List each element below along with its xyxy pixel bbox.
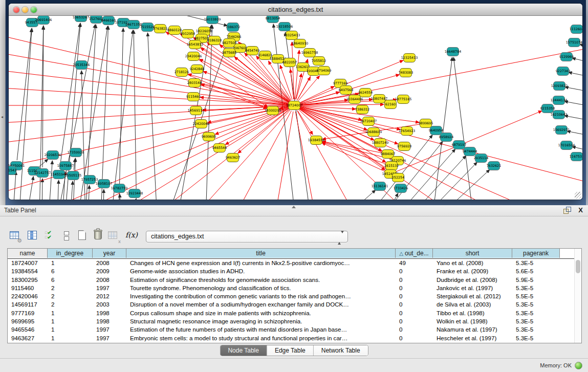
graph-node[interactable]: 8186328 <box>207 36 222 45</box>
table-cell[interactable]: 9699695 <box>8 317 48 325</box>
graph-edge[interactable] <box>148 33 157 200</box>
show-columns-icon[interactable] <box>26 229 39 242</box>
graph-edge[interactable] <box>119 28 123 200</box>
tab-edge-table[interactable]: Edge Table <box>267 345 314 356</box>
graph-node[interactable]: 12923448 <box>126 189 143 198</box>
table-cell[interactable]: 0 <box>396 334 433 342</box>
rows-icon[interactable] <box>60 229 73 242</box>
graph-node[interactable]: 8215358 <box>540 104 555 113</box>
table-row[interactable]: 1456911722003Disruption of a novel membe… <box>8 300 581 309</box>
table-cell[interactable]: 1 <box>48 317 93 325</box>
table-cell[interactable]: 5.9E-5 <box>512 276 560 284</box>
graph-edge[interactable] <box>27 177 33 200</box>
graph-edge[interactable] <box>225 108 289 145</box>
graph-node[interactable]: 12444134 <box>551 96 568 105</box>
graph-edge[interactable] <box>295 112 316 200</box>
graph-node[interactable]: 9756928 <box>397 142 411 151</box>
table-cell[interactable]: 1 <box>48 309 93 317</box>
graph-edge[interactable] <box>111 30 133 200</box>
column-header-out_de[interactable]: △out_de... <box>396 249 433 258</box>
table-cell[interactable]: 1998 <box>93 317 126 325</box>
table-cell[interactable]: 1998 <box>93 309 126 317</box>
graph-edge[interactable] <box>9 106 288 169</box>
graph-edge[interactable] <box>295 50 299 99</box>
table-cell[interactable]: de Silva et al. (2003) <box>433 300 512 309</box>
graph-node[interactable]: 19384554 <box>308 136 325 145</box>
table-cell[interactable]: Structural magnetic resonance image aver… <box>126 317 396 325</box>
graph-node[interactable]: 7386312 <box>355 105 369 114</box>
network-window[interactable]: citations_edges.txt 18724007976382288601… <box>9 4 582 200</box>
graph-edge[interactable] <box>569 72 582 78</box>
graph-node[interactable]: 18300295 <box>265 106 281 115</box>
graph-node[interactable]: 12142757 <box>34 169 51 178</box>
graph-node[interactable]: 9465546 <box>212 144 227 152</box>
graph-edge[interactable] <box>103 189 104 200</box>
table-cell[interactable]: 9777169 <box>8 309 48 317</box>
graph-node[interactable]: 252254 <box>392 173 404 182</box>
graph-node[interactable]: 10975887 <box>57 162 74 170</box>
graph-node[interactable]: 9115460 <box>186 93 201 101</box>
citation-network-graph[interactable]: 1872400797638228860128891295418226058982… <box>9 16 582 200</box>
graph-node[interactable]: 12325413 <box>401 54 418 62</box>
graph-node[interactable]: 16961758 <box>301 49 318 57</box>
table-row[interactable]: 969969511998Structural magnetic resonanc… <box>8 317 581 325</box>
graph-edge[interactable] <box>9 106 288 123</box>
graph-node[interactable]: 6794069 <box>317 67 331 75</box>
table-cell[interactable]: Dudbridge et al. (2008) <box>433 276 512 284</box>
graph-node[interactable]: 17359928 <box>68 148 84 157</box>
graph-node[interactable]: 18640910 <box>292 39 309 48</box>
table-row[interactable]: 911546021997Tourette syndrome. Phenomeno… <box>8 284 581 292</box>
graph-node[interactable]: 3624554 <box>358 89 373 97</box>
graph-node[interactable]: 9474444 <box>463 147 477 156</box>
table-panel-header[interactable]: Table Panel X <box>0 205 588 216</box>
table-cell[interactable]: 9463627 <box>8 334 48 342</box>
graph-node[interactable]: 7955812 <box>312 57 326 65</box>
graph-node[interactable]: 1167533 <box>570 152 582 161</box>
vertical-scrollbar[interactable] <box>574 249 581 343</box>
column-header-name[interactable]: name <box>8 249 48 258</box>
graph-node[interactable]: 20364486 <box>346 95 363 104</box>
graph-node[interactable]: 19218506 <box>276 23 293 31</box>
graph-edge[interactable] <box>49 161 52 200</box>
right-collapsed-panel-strip[interactable] <box>586 0 588 205</box>
graph-node[interactable]: 2718126 <box>175 68 189 77</box>
graph-node[interactable]: 14671358 <box>125 20 142 29</box>
graph-node[interactable]: 20535346 <box>73 61 90 70</box>
graph-edge[interactable] <box>57 180 59 200</box>
table-cell[interactable]: Wolkin et al. (1998) <box>433 317 512 325</box>
table-cell[interactable]: Jankovic et al. (1997) <box>433 284 512 292</box>
table-row[interactable]: 946362711997Embryonic stem cells: a mode… <box>8 334 581 342</box>
table-row[interactable]: 1830029562008Estimation of significance … <box>8 276 581 284</box>
graph-node[interactable]: 9242848 <box>190 65 204 74</box>
table-cell[interactable]: 1 <box>48 334 93 342</box>
graph-node[interactable]: 9227343 <box>556 67 570 76</box>
table-cell[interactable]: Changes of HCN gene expression and I(f) … <box>126 259 396 267</box>
table-cell[interactable]: 0 <box>396 276 433 284</box>
table-row[interactable]: 1938455462009Genome-wide association stu… <box>8 267 581 275</box>
table-cell[interactable]: 0 <box>396 325 433 334</box>
graph-node[interactable]: 16543812 <box>187 40 204 49</box>
function-builder-icon[interactable]: f(x) <box>124 229 138 242</box>
graph-node[interactable]: 7483083 <box>399 69 413 77</box>
graph-node[interactable]: 20691406 <box>35 16 52 25</box>
scrollbar-thumb[interactable] <box>576 260 580 273</box>
column-header-year[interactable]: year <box>93 249 126 258</box>
graph-node[interactable]: 9899695 <box>419 119 433 128</box>
table-cell[interactable]: 2012 <box>93 292 126 300</box>
table-cell[interactable]: 5.3E-5 <box>512 317 560 325</box>
graph-edge[interactable] <box>78 26 107 200</box>
graph-node[interactable]: 18807249 <box>372 139 389 147</box>
graph-edge[interactable] <box>300 100 348 104</box>
column-header-pagerank[interactable]: pagerank <box>512 249 560 258</box>
row-select-checklist-icon[interactable]: □✔□✔ <box>43 229 56 242</box>
table-cell[interactable]: 1997 <box>93 325 126 334</box>
graph-node[interactable]: 15692971 <box>553 126 570 135</box>
table-cell[interactable]: 18724007 <box>8 259 48 267</box>
graph-node[interactable]: 17654923 <box>399 127 416 136</box>
graph-node[interactable]: 23420046 <box>185 52 202 61</box>
table-cell[interactable]: 22420046 <box>8 292 48 300</box>
table-selector-dropdown[interactable]: citations_edges.txt <box>146 231 348 243</box>
table-cell[interactable]: 6 <box>48 276 93 284</box>
graph-node[interactable]: 14569117 <box>188 106 205 115</box>
graph-node[interactable]: 12093822 <box>551 82 568 91</box>
